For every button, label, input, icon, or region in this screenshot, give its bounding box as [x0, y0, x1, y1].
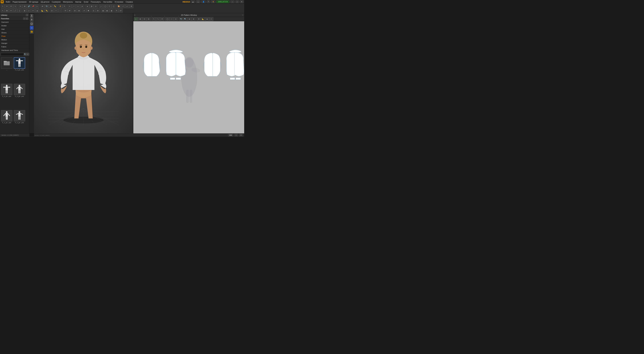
sidebar-item-hanger[interactable]: Hanger [0, 41, 29, 45]
tb2-spread[interactable]: ⊞ [77, 8, 81, 12]
pt-btn-8[interactable]: ◯ [165, 17, 170, 21]
menu-show[interactable]: Показывать [90, 0, 102, 3]
tb2-seam-check[interactable]: ✔ [82, 8, 86, 12]
status-btn-single[interactable]: □ [234, 134, 238, 136]
pt-btn-16[interactable]: 📐 [201, 17, 205, 21]
tb2-node[interactable]: ◇ [27, 8, 31, 12]
tb-button[interactable]: ● [85, 4, 90, 8]
tb-import[interactable]: ↙ [125, 4, 129, 8]
sidebar-item-hardware[interactable]: Hardware and Trims [0, 48, 29, 52]
tb-export[interactable]: ↗ [121, 4, 125, 8]
tb-avatar-move[interactable]: 🧍 [58, 4, 62, 8]
status-btn-close[interactable]: ✕ [239, 134, 243, 136]
sidebar-item-avatar[interactable]: Avatar [0, 24, 29, 27]
tb-sew[interactable]: 🔗 [27, 4, 31, 8]
tb2-cut[interactable]: ✂ [31, 8, 35, 12]
pt-btn-12[interactable]: 🔍 [183, 17, 187, 21]
tb-shape4[interactable]: ⬡ [112, 4, 116, 8]
pt-btn-14[interactable]: ⊗ [192, 17, 196, 21]
vp-icon-avatar[interactable] [30, 14, 34, 17]
tb2-draw[interactable]: ✏ [9, 8, 13, 12]
icon-cloud[interactable]: ☁ [191, 0, 195, 3]
menu-materials[interactable]: Материалы [62, 0, 74, 3]
tb-grid[interactable]: ⊟ [49, 4, 53, 8]
pt-btn-5[interactable]: ↖ [152, 17, 156, 21]
list-item[interactable]: F_A_po...pos [14, 84, 26, 110]
tb2-edit[interactable]: ◈ [23, 8, 27, 12]
tb-camera[interactable]: 📷 [44, 4, 49, 8]
tb-select[interactable]: ↖ [1, 4, 5, 8]
tb-gather[interactable]: ≋ [80, 4, 84, 8]
tb-zipper[interactable]: ⊞ [90, 4, 94, 8]
tb2-zoom-out[interactable]: - [58, 8, 62, 12]
menu-3dcloth[interactable]: 3D одежда [28, 0, 39, 3]
vp-icon-walk[interactable] [30, 18, 34, 22]
tb2-line[interactable]: ╱ [13, 8, 17, 12]
tb2-annotation[interactable]: ✎ [114, 8, 118, 12]
pt-btn-6[interactable]: ⤡ [156, 17, 160, 21]
sidebar-item-hair[interactable]: Hair [0, 27, 29, 31]
refresh-button[interactable]: ↻ [26, 53, 28, 56]
tb2-zoom-in[interactable]: + [54, 8, 58, 12]
tb-render[interactable]: 🎨 [117, 4, 121, 8]
tb-pin[interactable]: 📌 [31, 4, 35, 8]
tb-trim[interactable]: ✂ [68, 4, 72, 8]
tb2-seam-clear[interactable]: ✖ [86, 8, 90, 12]
sidebar-item-motion[interactable]: Motion [0, 38, 29, 41]
pt-btn-1[interactable]: ▷ [134, 17, 138, 21]
pt-btn-15[interactable]: ⚙ [197, 17, 201, 21]
tb-shape1[interactable]: □ [99, 4, 103, 8]
tb2-label[interactable]: 🏷 [119, 8, 123, 12]
tb-sync[interactable]: ⇄ [40, 4, 44, 8]
tb-measure[interactable]: 📏 [53, 4, 57, 8]
list-item[interactable]: ... [1, 57, 13, 83]
pt-btn-2[interactable]: ⊞ [138, 17, 142, 21]
menu-script[interactable]: Script [83, 0, 90, 3]
vp-icon-cloth[interactable] [30, 26, 34, 30]
menu-file[interactable]: Файл [5, 0, 11, 3]
pt-btn-9[interactable]: □ [170, 17, 174, 21]
tb-avatar-edit[interactable]: ✎ [62, 4, 66, 8]
add-favorite-btn[interactable]: + [23, 17, 26, 20]
pt-btn-7[interactable]: ⟳ [160, 17, 164, 21]
tb2-curve[interactable]: ∫ [18, 8, 22, 12]
menu-2dparts[interactable]: 2Д детали [40, 0, 50, 3]
icon-help[interactable]: ? [206, 0, 210, 3]
pt-btn-3[interactable]: ⊡ [142, 17, 146, 21]
menu-edit[interactable]: Редактирование [12, 0, 28, 3]
pt-btn-17[interactable]: ◈ [205, 17, 209, 21]
sidebar-item-pose[interactable]: Pose [0, 34, 29, 38]
tb2-rotate[interactable]: ⟳ [64, 8, 68, 12]
icon-avatar2[interactable]: 🧍 [211, 0, 215, 3]
menu-install[interactable]: Установки [114, 0, 124, 3]
list-item[interactable]: F_A_po...pos [14, 110, 26, 136]
menu-sew[interactable]: Сшивание [51, 0, 62, 3]
pt-btn-4[interactable]: ⊟ [146, 17, 150, 21]
tb-simulate[interactable]: ▷ [35, 4, 39, 8]
tb2-arrange[interactable]: ⊟ [73, 8, 77, 12]
tb2-select[interactable]: ↖ [1, 8, 5, 12]
list-item[interactable]: F_A_po...pos [1, 84, 13, 110]
tb-scale[interactable]: ⤡ [13, 4, 17, 8]
tb2-fold[interactable]: ▲ [35, 8, 39, 12]
tb2-flip[interactable]: ⇌ [68, 8, 72, 12]
tb2-texture[interactable]: ▤ [101, 8, 105, 12]
tb-settings2[interactable]: ⚙ [129, 4, 133, 8]
tb2-notch[interactable]: ⊏ [92, 8, 96, 12]
vp-icon-face[interactable] [30, 22, 34, 26]
tb2-color[interactable]: ◐ [105, 8, 109, 12]
tb-snap[interactable]: ⊙ [94, 4, 98, 8]
status-btn-grid[interactable]: ⊞⊞ [228, 134, 233, 136]
tb-dart[interactable]: ◇ [76, 4, 80, 8]
menu-help[interactable]: Справка [124, 0, 134, 3]
pt-btn-13[interactable]: ⊕ [187, 17, 191, 21]
search-button[interactable]: 🔍 [24, 53, 26, 56]
list-item[interactable]: F_A_po...pos [1, 110, 13, 136]
menu-settings[interactable]: Настройки [102, 0, 113, 3]
pt-btn-10[interactable]: ⊙ [174, 17, 178, 21]
pt-btn-18[interactable]: ✂ [209, 17, 213, 21]
sidebar-item-garment[interactable]: Garment [0, 20, 29, 24]
vp-icon-gold[interactable]: F [30, 30, 34, 34]
window-minimize[interactable]: — [230, 0, 234, 3]
pattern-header-arrow[interactable]: ▷ [134, 14, 136, 16]
